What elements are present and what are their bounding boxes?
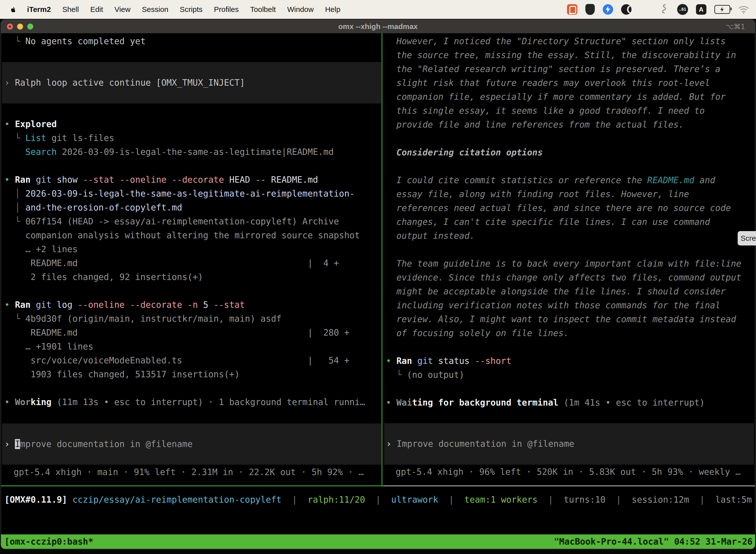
right-prompt-text: › Improve documentation in @filename <box>386 437 756 451</box>
apple-menu-icon[interactable] <box>10 6 17 13</box>
menu-item-edit[interactable]: Edit <box>90 5 103 14</box>
menu-item-scripts[interactable]: Scripts <box>180 5 203 14</box>
menu-item-toolbelt[interactable]: Toolbelt <box>250 5 276 14</box>
menu-status-icons: ..61 A <box>567 4 749 15</box>
left-queued-message-box[interactable]: › Ralph loop active continue [OMX_TMUX_I… <box>2 62 381 104</box>
menu-item-iterm2[interactable]: iTerm2 <box>27 5 51 14</box>
dots-grid-icon[interactable] <box>639 4 650 15</box>
window-title: omx --xhigh --madmax <box>1 22 755 31</box>
squiggle-icon[interactable] <box>658 4 669 15</box>
menu-item-shell[interactable]: Shell <box>62 5 79 14</box>
a-badge-icon[interactable]: A <box>696 4 706 15</box>
count-badge-icon[interactable]: ..61 <box>677 4 688 15</box>
omx-session-statusline: [OMX#0.11.9] cczip/essay/ai-reimplementa… <box>4 493 756 507</box>
left-prompt-text: › Improve documentation in @filename <box>4 437 384 451</box>
tmux-status-bar: [omx-cczip0:bash* "MacBook-Pro-44.local"… <box>1 535 755 549</box>
minimize-button[interactable] <box>17 23 23 30</box>
wifi-icon[interactable] <box>738 4 749 15</box>
zoom-button[interactable] <box>27 23 33 30</box>
left-queued-message: › Ralph loop active continue [OMX_TMUX_I… <box>4 76 384 90</box>
battery-icon[interactable] <box>714 5 730 14</box>
tmux-host-clock: "MacBook-Pro-44.local" 04:52 31-Mar-26 <box>554 537 753 547</box>
menu-bar: iTerm2 Shell Edit View Session Scripts P… <box>0 0 756 19</box>
shield-icon[interactable] <box>585 4 595 15</box>
sync-badge-icon[interactable] <box>603 4 613 15</box>
left-pane-border <box>1 486 383 486</box>
disk-pie-icon[interactable] <box>621 4 631 15</box>
left-pane-transcript[interactable]: • Explored └ List git ls-files Search 20… <box>4 117 365 409</box>
window-shortcut-hint: ⌥⌘1 <box>726 22 745 31</box>
menu-items: iTerm2 Shell Edit View Session Scripts P… <box>27 5 340 14</box>
menu-item-view[interactable]: View <box>115 5 130 14</box>
pane-divider[interactable] <box>381 33 382 486</box>
right-pane-transcript[interactable]: However, I noticed the "Directory Struct… <box>386 34 741 409</box>
tmux-window-tab[interactable]: [omx-cczip0:bash* <box>4 537 93 547</box>
menu-item-help[interactable]: Help <box>325 5 340 14</box>
screen-record-icon[interactable] <box>567 4 577 15</box>
right-pane-border <box>383 486 755 486</box>
right-model-statusline: gpt-5.4 xhigh · 96% left · 520K in · 5.8… <box>396 465 741 479</box>
left-pane-scrollback[interactable]: └ No agents completed yet <box>4 34 145 48</box>
left-model-statusline: gpt-5.4 xhigh · main · 91% left · 2.31M … <box>14 465 364 479</box>
screen: iTerm2 Shell Edit View Session Scripts P… <box>0 0 756 554</box>
window-titlebar[interactable]: omx --xhigh --madmax ⌥⌘1 <box>1 20 755 33</box>
left-prompt-input[interactable]: › Improve documentation in @filename <box>2 424 381 465</box>
screen-share-tooltip[interactable]: Scre <box>738 231 756 245</box>
menu-item-profiles[interactable]: Profiles <box>214 5 239 14</box>
menu-item-session[interactable]: Session <box>142 5 169 14</box>
close-button[interactable] <box>7 23 13 30</box>
right-prompt-input[interactable]: › Improve documentation in @filename <box>384 423 754 465</box>
menu-item-window[interactable]: Window <box>287 5 314 14</box>
